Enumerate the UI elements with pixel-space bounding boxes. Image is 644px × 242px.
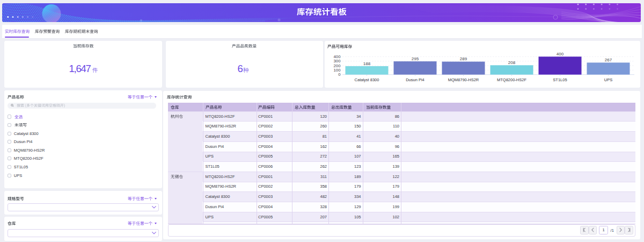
- svg-text:200: 200: [333, 63, 341, 68]
- svg-text:208: 208: [508, 60, 516, 65]
- svg-text:0: 0: [338, 72, 341, 77]
- svg-text:Catalyst 8300: Catalyst 8300: [355, 77, 379, 82]
- svg-text:Dusun Pi4: Dusun Pi4: [406, 77, 425, 82]
- svg-text:400: 400: [557, 52, 564, 56]
- svg-text:289: 289: [460, 56, 467, 61]
- svg-text:UPS: UPS: [604, 77, 612, 82]
- svg-text:300: 300: [333, 59, 341, 63]
- svg-text:267: 267: [605, 58, 612, 62]
- svg-text:295: 295: [412, 56, 419, 61]
- svg-text:MTQ8200-HS2F: MTQ8200-HS2F: [497, 77, 526, 82]
- svg-text:MQM8790-HS2R: MQM8790-HS2R: [448, 77, 479, 82]
- svg-text:188: 188: [363, 61, 371, 66]
- svg-text:400: 400: [333, 54, 341, 59]
- svg-text:ST1L05: ST1L05: [553, 77, 567, 82]
- svg-text:100: 100: [333, 68, 341, 73]
